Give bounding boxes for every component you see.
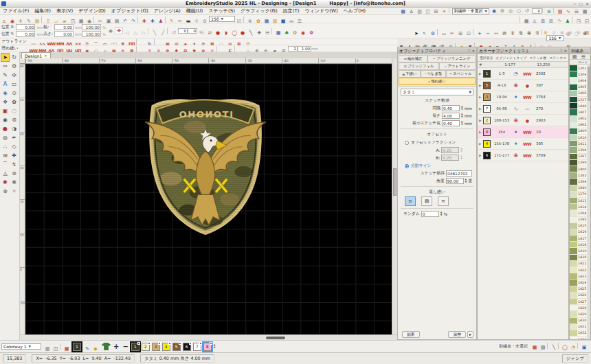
list-view-link[interactable]: ステータス [549, 56, 566, 60]
stitch-order-field[interactable]: 04612702 [446, 170, 472, 177]
colorway-right-icon[interactable]: ◔ [569, 344, 577, 351]
zoom-tool-icon[interactable]: ◎ [564, 30, 572, 37]
color-tool-icon[interactable]: ✎ [83, 345, 91, 352]
offset-b-field[interactable]: 0.25 [441, 155, 459, 161]
colorway-icon[interactable]: ▥ [43, 345, 52, 352]
close-button[interactable]: ✕ [586, 1, 589, 6]
colorway-right-icon[interactable]: ▣ [580, 344, 588, 351]
effect-icon[interactable]: ✚ [255, 30, 263, 36]
thread-row[interactable]: 1415 [570, 223, 587, 229]
toolbar-icon[interactable] [449, 7, 451, 13]
color-object-row[interactable]: ▶ 5 4-13 ❀ ● 307 [478, 80, 568, 91]
toolbar-icon[interactable]: ▥ [416, 8, 424, 15]
tool-button[interactable]: ✣ [10, 71, 19, 80]
tool-button[interactable]: ⊛ [10, 169, 19, 178]
add-color-button[interactable]: + [113, 343, 120, 350]
colorway-swatch[interactable]: 8 [203, 343, 212, 351]
tool-button[interactable]: ⊞ [1, 151, 10, 160]
zoom-tool-icon[interactable]: ⊡ [465, 30, 473, 37]
lock-aspect-icon[interactable]: ◉ [107, 27, 115, 34]
thread-row[interactable]: 1424 [570, 280, 587, 286]
properties-tab[interactable]: ⌁つなぎ糸 [421, 70, 446, 78]
toolbar-icon[interactable]: ⊘ [498, 8, 506, 14]
thread-row[interactable]: 1384 [570, 179, 587, 185]
thread-row[interactable]: 1301 [570, 65, 587, 71]
list-view-link[interactable]: オブジェクトタイプ [495, 56, 526, 60]
tool-button[interactable]: A [1, 80, 10, 89]
fill-length-field[interactable]: 1.00 [298, 46, 311, 52]
scrollbar-thumb[interactable] [393, 168, 397, 196]
canvas-vertical-scrollbar[interactable] [392, 58, 397, 334]
list-view-link[interactable]: ステッチ数 [529, 56, 546, 60]
thread-row[interactable]: 1420 [570, 255, 587, 261]
thread-row[interactable]: 1416 [570, 229, 587, 236]
thread-row[interactable]: 1383 [570, 172, 587, 179]
pin-icon[interactable]: ⊤ [559, 49, 562, 53]
thread-row[interactable]: 1417 [570, 236, 587, 242]
minimize-button[interactable]: ─ [574, 1, 577, 6]
colorway-icon[interactable]: ◫ [52, 345, 60, 352]
thread-row[interactable]: 1440 [570, 185, 587, 192]
toolbar-icon[interactable]: ⊞ [432, 8, 441, 15]
properties-tab[interactable]: ▄下縫い [399, 70, 421, 78]
maximize-button[interactable]: ▢ [579, 1, 583, 6]
stitch-type-combo[interactable]: タタミ▼ [401, 89, 473, 95]
offset-fraction-radio[interactable] [405, 141, 409, 145]
thread-row[interactable]: 1422 [570, 267, 587, 273]
thread-row[interactable]: 1448 [570, 103, 587, 109]
color-swatch[interactable]: 8 [483, 128, 491, 136]
document-tab[interactable]: Design1✕ [21, 52, 51, 58]
effects-button[interactable]: 効果 [402, 331, 420, 338]
fill-stitch-icon[interactable] [216, 46, 225, 52]
zoom-tool-icon[interactable]: ⚙ [429, 30, 437, 37]
color-object-row[interactable]: ▶ 7 95-99 ∿ ╌╌ 270 [478, 103, 568, 115]
more-button[interactable]: ▸ [467, 331, 473, 338]
properties-tab[interactable]: ▤ブリッジフィル [399, 62, 439, 70]
tool-button[interactable]: ✑ [1, 62, 10, 71]
toolbar-icon[interactable]: ▦ [399, 8, 408, 15]
garment-icon[interactable] [102, 343, 111, 350]
colorway-swatch[interactable]: 6 [183, 343, 191, 351]
tool-button[interactable]: ◉ [1, 115, 10, 124]
effect-icon[interactable]: ☵ [263, 30, 271, 36]
toolbar-icon[interactable]: ♙ [408, 8, 416, 15]
properties-tab[interactable]: ⌐アウトライン [439, 62, 476, 70]
zoom-tool-icon[interactable]: ⠿ [533, 30, 542, 37]
tool-button[interactable]: ✎ [1, 71, 10, 80]
width-field[interactable]: 0.00 [54, 24, 74, 30]
swatch-spinner[interactable]: ▲▼ [214, 344, 216, 348]
embroidery-design[interactable]: ITONOHO [140, 82, 271, 241]
effect-icon[interactable]: ◉ [299, 30, 307, 36]
color-object-row[interactable]: ▶ 4 155-170 ✦ WW 305 [478, 138, 568, 150]
thread-row[interactable]: 1409 [570, 128, 587, 135]
colorway-right-icon[interactable]: ◯ [561, 344, 569, 351]
tool-button[interactable]: ⊙ [10, 89, 19, 98]
thread-row[interactable]: 1337 [570, 97, 587, 103]
effect-icon[interactable]: ❁ [307, 30, 315, 36]
menu-item[interactable]: ステッチ(S) [205, 8, 238, 14]
colorway-right-icon[interactable]: ▧ [539, 344, 547, 351]
zoom-tool-icon[interactable]: ▭ [440, 30, 448, 37]
thread-row[interactable]: 1413 [570, 198, 587, 204]
remove-color-button[interactable]: − [122, 343, 129, 350]
tool-button[interactable]: ⚙ [10, 62, 19, 71]
color-swatch[interactable]: 1 [483, 70, 491, 78]
colorway-icon[interactable]: ▦ [63, 345, 71, 352]
backstitch-option-3[interactable]: ≋ [438, 196, 449, 206]
thread-row[interactable]: 1430 [570, 318, 587, 324]
tool-button[interactable]: ✺ [1, 178, 10, 187]
menu-item[interactable]: ヘルプ(H) [341, 8, 368, 14]
colorway-swatch[interactable]: 7 [193, 343, 201, 351]
color-object-row[interactable]: ▶ 6 171-177 ❀ WW 3709 [478, 150, 568, 161]
zoom-tool-icon[interactable]: ⊞ [456, 30, 465, 37]
colorway-swatch[interactable]: 3 [152, 343, 160, 351]
pos-x-field[interactable]: 0.00 [16, 24, 35, 30]
zoom-tool-icon[interactable]: ⇅ [517, 30, 525, 37]
thread-row[interactable]: 1411 [570, 141, 587, 147]
tool-button[interactable]: ✿ [10, 98, 19, 106]
zoom-tool-icon[interactable]: ◌ [572, 30, 581, 37]
scrollbar-thumb[interactable] [588, 67, 590, 101]
thread-row[interactable]: 1405 [570, 84, 587, 91]
thread-row[interactable]: 1414 [570, 204, 587, 210]
tool-button[interactable]: ❋ [10, 178, 19, 187]
